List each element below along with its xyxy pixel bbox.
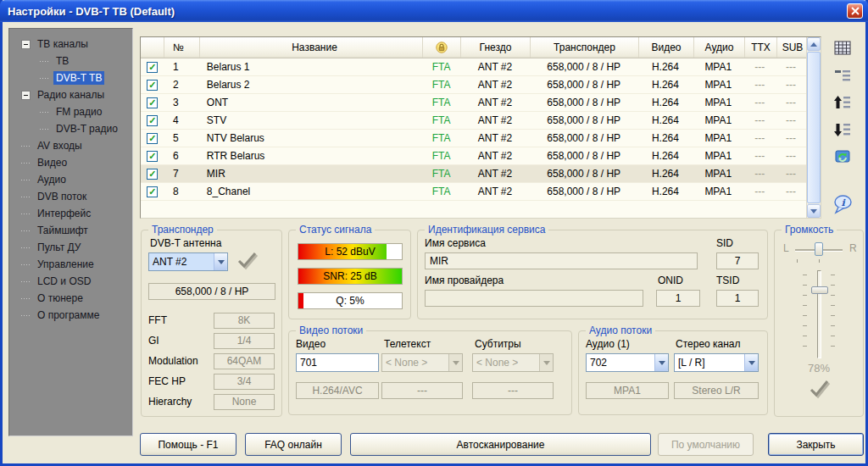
channel-row[interactable]: ✓4STVFTAANT #2658,000 / 8 / HPH.264MPA1-… [141,112,806,130]
volume-group: Громкость L R 78% [774,230,864,417]
sidebar-item[interactable]: AV входы [9,137,132,154]
sidebar-item-label: DVB-T радио [53,122,120,136]
sidebar-item[interactable]: DVB поток [9,188,132,205]
stereo-select[interactable]: [L / R] [674,353,759,372]
sidebar-tree[interactable]: ТВ каналыТВDVB-T ТВРадио каналыFM радиоD… [8,28,133,436]
signal-status-group: Статус сигнала L: 52 dBuVSNR: 25 dBQ: 5% [288,230,411,319]
channel-checkbox[interactable]: ✓ [147,115,158,126]
header-access[interactable] [423,37,461,58]
channel-row[interactable]: ✓2Belarus 2FTAANT #2658,000 / 8 / HPH.26… [141,76,806,94]
header-socket[interactable]: Гнездо [461,37,531,58]
header-number[interactable]: № [164,37,200,58]
sidebar-item[interactable]: FM радио [9,103,132,120]
sidebar-item[interactable]: Аудио [9,171,132,188]
dropdown-arrow-icon[interactable] [214,253,227,270]
header-sub[interactable]: SUB [777,37,808,58]
header-audio[interactable]: Аудио [694,37,745,58]
rescan-button[interactable] [832,147,854,167]
header-ttx[interactable]: TTX [745,37,777,58]
signal-bar-label: L: 52 dBuV [298,244,402,259]
channel-name: ONT [200,97,422,108]
channel-row[interactable]: ✓88_ChanelFTAANT #2658,000 / 8 / HPH.264… [141,183,806,201]
channel-access: FTA [422,114,460,126]
tree-expander-icon[interactable] [21,40,31,49]
autoscan-button[interactable]: Автосканирование [350,433,651,456]
channel-move-up-button[interactable] [832,92,854,113]
channel-audio-codec: MPA1 [693,186,743,197]
channel-grid-button[interactable] [832,38,854,58]
scroll-down-button[interactable] [807,204,821,218]
channel-row[interactable]: ✓5NTV BelarusFTAANT #2658,000 / 8 / HPH.… [141,130,806,147]
video-pid-input[interactable]: 701 [296,353,379,372]
help-button[interactable]: Помощь - F1 [140,433,236,456]
sidebar-item[interactable]: LCD и OSD [9,273,132,290]
audio-pid-select[interactable]: 702 [586,353,669,372]
sidebar-item[interactable]: Пульт ДУ [9,239,132,256]
sidebar-item[interactable]: О программе [9,307,132,324]
dropdown-arrow-icon[interactable] [654,354,668,371]
channel-checkbox[interactable]: ✓ [147,186,158,197]
channel-name: RTR Belarus [200,150,422,162]
channel-checkbox[interactable]: ✓ [147,133,158,144]
channel-row[interactable]: ✓3ONTFTAANT #2658,000 / 8 / HPH.264MPA1-… [141,94,806,112]
channel-remove-button[interactable] [832,65,854,86]
scrollbar-thumb[interactable] [807,52,821,203]
antenna-select[interactable]: ANT #2 [148,252,228,271]
channel-move-down-button[interactable] [832,119,854,140]
sidebar-item[interactable]: DVB-T ТВ [9,69,132,86]
service-name-field[interactable]: MIR [425,252,698,269]
channel-video-codec: H.264 [638,150,693,162]
sidebar-item[interactable]: DVB-T радио [9,120,132,137]
channel-row[interactable]: ✓6RTR BelarusFTAANT #2658,000 / 8 / HPH.… [141,147,806,165]
scroll-up-button[interactable] [807,37,821,51]
sidebar-item[interactable]: О тюнере [9,290,132,307]
table-scrollbar[interactable] [806,37,821,218]
channel-checkbox[interactable]: ✓ [147,151,158,162]
header-video[interactable]: Видео [639,37,694,58]
video-group-title: Видео потоки [296,325,366,336]
provider-field [425,290,643,307]
sidebar-item-label: О тюнере [35,291,86,305]
channel-info-button[interactable]: i [832,194,854,214]
channel-table-header[interactable]: № Название Гнездо Транспондер Видео Ауди… [141,37,821,58]
tree-expander-icon[interactable] [21,91,31,100]
channel-number: 4 [164,114,200,126]
defaults-button: По умолчанию [658,433,754,456]
subtitles-label: Субтитры [475,338,521,350]
service-group-title: Идентификация сервиса [425,224,548,236]
channel-number: 6 [164,150,200,162]
channel-checkbox[interactable]: ✓ [147,97,158,108]
channel-checkbox[interactable]: ✓ [147,169,158,180]
sidebar-item[interactable]: Видео [9,154,132,171]
channel-row[interactable]: ✓7MIRFTAANT #2658,000 / 8 / HPH.264MPA1-… [141,165,806,183]
teletext-info-field: --- [381,382,463,399]
header-transponder[interactable]: Транспондер [531,37,639,58]
param-label: Hierarchy [148,396,214,408]
signal-bars: L: 52 dBuVSNR: 25 dBQ: 5% [289,243,403,317]
header-checkbox-column[interactable] [141,37,164,58]
sidebar-item[interactable]: ТВ каналы [9,36,132,53]
sidebar-item[interactable]: Управление [9,256,132,273]
close-button[interactable]: Закрыть [768,433,864,456]
balance-slider-thumb[interactable] [815,242,823,256]
channel-transponder: 658,000 / 8 / HP [530,61,638,73]
volume-slider-thumb[interactable] [811,286,828,294]
sidebar-item[interactable]: Радио каналы [9,86,132,103]
header-name[interactable]: Название [200,37,423,58]
sidebar-item-label: LCD и OSD [35,275,93,288]
apply-antenna-icon[interactable] [236,252,259,271]
dropdown-arrow-icon[interactable] [744,354,758,371]
sidebar-item[interactable]: ТВ [9,53,132,69]
close-window-button[interactable] [847,3,863,19]
channel-checkbox-cell: ✓ [141,97,164,108]
volume-slider-track[interactable] [817,270,821,358]
channel-checkbox[interactable]: ✓ [147,62,158,73]
titlebar[interactable]: Настройки - DVB-T ТВ (Default) [0,0,868,22]
sidebar-item[interactable]: Таймшифт [9,222,132,239]
channel-checkbox[interactable]: ✓ [147,80,158,91]
channel-row[interactable]: ✓1Belarus 1FTAANT #2658,000 / 8 / HPH.26… [141,58,806,76]
apply-volume-icon[interactable] [807,380,831,400]
sidebar-item[interactable]: Интерфейс [9,205,132,222]
faq-button[interactable]: FAQ онлайн [245,433,342,456]
channel-ttx: --- [743,132,776,144]
